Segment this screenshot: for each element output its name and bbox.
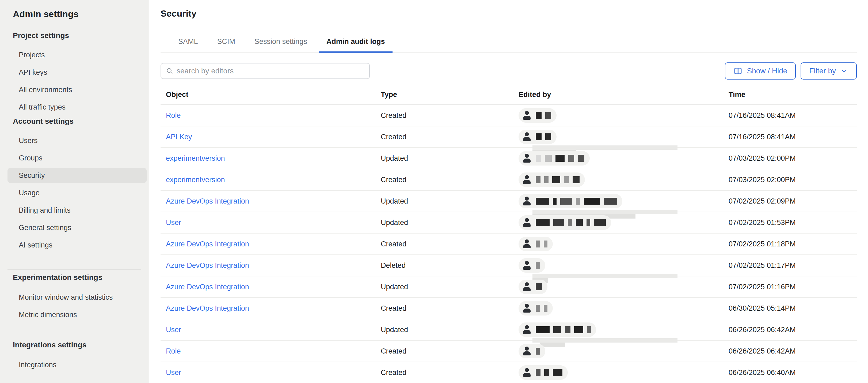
show-hide-label: Show / Hide — [747, 67, 787, 75]
edited-by-cell — [519, 190, 728, 212]
table-row: Role Created 06/26/2025 06:42AM — [160, 341, 857, 362]
editor-badge — [519, 237, 553, 251]
redaction-block — [544, 176, 549, 183]
type-cell: Updated — [381, 212, 519, 233]
object-link[interactable]: Azure DevOps Integration — [166, 304, 249, 312]
object-link[interactable]: Azure DevOps Integration — [166, 283, 249, 291]
object-link[interactable]: experimentversion — [166, 154, 225, 162]
object-link[interactable]: Role — [166, 347, 181, 355]
sidebar-item-all-environments[interactable]: All environments — [7, 82, 147, 97]
person-icon — [523, 282, 531, 292]
redaction-block — [536, 283, 542, 290]
editor-badge — [519, 301, 553, 316]
redacted-editor-name — [536, 262, 540, 269]
column-header-time: Time — [728, 80, 857, 105]
search-icon — [166, 67, 174, 75]
table-body: Role Created 07/16/2025 08:41AM API Key … — [160, 105, 857, 383]
sidebar-item-metric-dimensions[interactable]: Metric dimensions — [7, 307, 147, 322]
toolbar-buttons: Show / Hide Filter by — [725, 62, 857, 80]
page-title: Security — [160, 8, 857, 19]
table-row: Azure DevOps Integration Updated 07/02/2… — [160, 276, 857, 298]
tab-session-settings[interactable]: Session settings — [247, 37, 315, 53]
sidebar-item-monitor-window-and-statistics[interactable]: Monitor window and statistics — [7, 290, 147, 305]
object-link[interactable]: Azure DevOps Integration — [166, 240, 249, 248]
redaction-block — [536, 134, 541, 140]
main-content: Security SAMLSCIMSession settingsAdmin a… — [149, 0, 868, 383]
edited-by-cell — [519, 319, 728, 341]
object-link[interactable]: Azure DevOps Integration — [166, 261, 249, 269]
person-icon — [523, 346, 531, 356]
table-row: experimentversion Created 07/03/2025 02:… — [160, 169, 857, 190]
edited-by-cell — [519, 362, 728, 383]
sidebar-item-ai-settings[interactable]: AI settings — [7, 238, 147, 253]
redaction-block — [584, 198, 600, 205]
sidebar-item-api-keys[interactable]: API keys — [7, 65, 147, 80]
type-cell: Created — [381, 126, 519, 148]
person-icon — [523, 368, 531, 377]
edited-by-cell — [519, 298, 728, 319]
redaction-block — [556, 155, 565, 162]
edited-by-cell — [519, 169, 728, 190]
edited-by-cell — [519, 148, 728, 169]
sidebar-item-integrations[interactable]: Integrations — [7, 357, 147, 372]
table-row: experimentversion Updated 07/03/2025 02:… — [160, 148, 857, 169]
object-link[interactable]: experimentversion — [166, 176, 225, 184]
editor-badge — [519, 108, 557, 123]
redaction-block — [578, 155, 584, 162]
tab-saml[interactable]: SAML — [171, 37, 206, 53]
column-header-object: Object — [160, 80, 381, 105]
search-box[interactable] — [160, 63, 370, 79]
object-link[interactable]: Azure DevOps Integration — [166, 197, 249, 205]
time-cell: 07/03/2025 02:00PM — [728, 169, 857, 190]
search-input[interactable] — [177, 67, 365, 75]
redaction-block — [536, 348, 540, 355]
time-cell: 07/02/2025 02:09PM — [728, 190, 857, 212]
object-link[interactable]: User — [166, 218, 181, 227]
redacted-editor-name — [536, 326, 591, 333]
redaction-block — [536, 155, 541, 162]
sidebar-item-usage[interactable]: Usage — [7, 185, 147, 200]
filter-by-button[interactable]: Filter by — [801, 62, 857, 80]
redaction-block — [545, 112, 551, 119]
sidebar-item-all-traffic-types[interactable]: All traffic types — [7, 100, 147, 115]
time-cell: 07/16/2025 08:41AM — [728, 126, 857, 148]
sidebar-item-billing-and-limits[interactable]: Billing and limits — [7, 203, 147, 218]
object-link[interactable]: Role — [166, 111, 181, 119]
redaction-block — [572, 176, 580, 183]
person-icon — [523, 261, 531, 270]
redacted-editor-name — [536, 240, 548, 247]
redaction-block — [574, 326, 583, 333]
redaction-block — [536, 112, 541, 119]
time-cell: 06/26/2025 06:40AM — [728, 362, 857, 383]
person-icon — [523, 153, 531, 163]
person-icon — [523, 218, 531, 227]
redaction-block — [553, 369, 562, 376]
redacted-editor-name — [536, 305, 548, 312]
table-row: Azure DevOps Integration Deleted 07/02/2… — [160, 255, 857, 276]
object-link[interactable]: User — [166, 326, 181, 334]
tab-scim[interactable]: SCIM — [210, 37, 243, 53]
columns-icon — [734, 66, 743, 76]
type-cell: Updated — [381, 319, 519, 341]
object-link[interactable]: User — [166, 369, 181, 377]
sidebar-item-security[interactable]: Security — [7, 168, 147, 183]
sidebar-item-projects[interactable]: Projects — [7, 48, 147, 62]
show-hide-button[interactable]: Show / Hide — [725, 62, 796, 80]
edited-by-cell — [519, 212, 728, 233]
person-icon — [523, 303, 531, 313]
redaction-block — [544, 305, 548, 312]
redaction-block — [594, 219, 606, 226]
redaction-block — [552, 176, 560, 183]
redaction-block — [536, 305, 540, 312]
sidebar-item-general-settings[interactable]: General settings — [7, 220, 147, 235]
redaction-block — [545, 134, 551, 140]
redacted-editor-name — [536, 348, 540, 355]
redaction-block — [536, 326, 550, 333]
redaction-block — [536, 262, 540, 269]
type-cell: Created — [381, 341, 519, 362]
sidebar-item-groups[interactable]: Groups — [7, 150, 147, 166]
redaction-block — [568, 155, 574, 162]
sidebar-item-users[interactable]: Users — [7, 133, 147, 148]
object-link[interactable]: API Key — [166, 133, 192, 141]
tab-admin-audit-logs[interactable]: Admin audit logs — [319, 37, 393, 53]
